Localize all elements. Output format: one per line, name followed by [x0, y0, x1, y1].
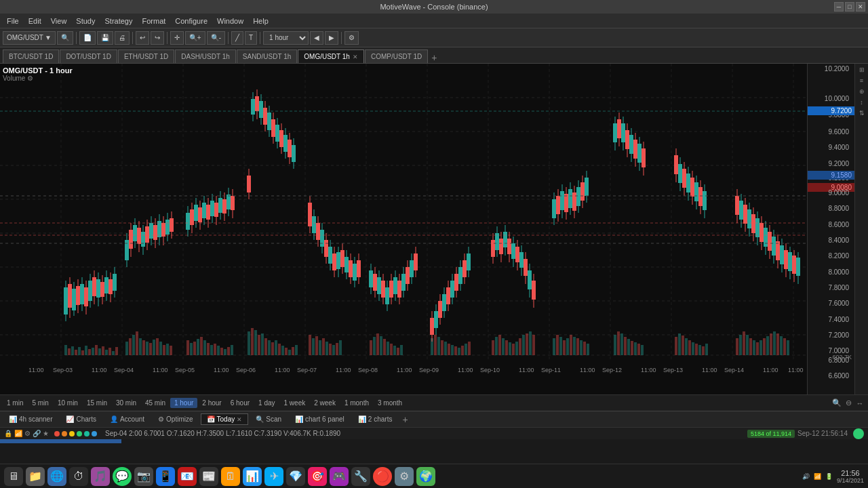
tab-ethusdt[interactable]: ETH/USDT 1D	[118, 49, 174, 63]
taskbar-icon-discord[interactable]: 🎮	[330, 467, 349, 486]
taskbar-icon-red[interactable]: 🔴	[373, 467, 392, 486]
menu-study[interactable]: Study	[72, 16, 99, 26]
tab-close-omg[interactable]: ✕	[353, 54, 358, 60]
tab-sandusdt[interactable]: SAND/USDT 1h	[237, 49, 298, 63]
taskbar-battery-icon[interactable]: 🔋	[825, 473, 833, 480]
menu-window[interactable]: Window	[213, 16, 248, 26]
taskbar-icon-tools[interactable]: 🔧	[351, 467, 370, 486]
close-button[interactable]: ✕	[856, 2, 865, 12]
menu-edit[interactable]: Edit	[24, 16, 45, 26]
tf-10min[interactable]: 10 min	[54, 398, 82, 408]
symbol-display[interactable]: OMG/USDT ▼	[3, 31, 56, 45]
maximize-button[interactable]: □	[845, 2, 854, 12]
taskbar-icon-telegram[interactable]: ✈	[264, 467, 283, 486]
draw-line-button[interactable]: ╱	[231, 31, 243, 45]
tf-1week[interactable]: 1 week	[280, 398, 310, 408]
right-icon-4[interactable]: ↕	[856, 98, 867, 107]
menu-file[interactable]: File	[3, 16, 23, 26]
bottom-tab-today-close[interactable]: ✕	[237, 416, 242, 423]
tf-scroll[interactable]: ↔	[854, 399, 865, 408]
bottom-tab-chart6panel[interactable]: 📊 chart 6 panel	[289, 413, 351, 425]
svg-rect-33	[98, 348, 101, 355]
redo-button[interactable]: ↪	[151, 31, 164, 45]
text-button[interactable]: T	[245, 31, 257, 45]
taskbar-icon-timer[interactable]: ⏱	[69, 467, 88, 486]
tf-1day[interactable]: 1 day	[254, 398, 279, 408]
taskbar-icon-gem[interactable]: 💎	[286, 467, 305, 486]
svg-rect-354	[515, 247, 519, 262]
taskbar-icon-files[interactable]: 📁	[26, 467, 45, 486]
bottom-tab-scanner[interactable]: 📊 4h scanner	[3, 413, 58, 425]
tf-2hour[interactable]: 2 hour	[198, 398, 225, 408]
tab-omgusdt[interactable]: OMG/USDT 1h ✕	[298, 49, 364, 63]
tf-zoom-in[interactable]: 🔍	[831, 399, 842, 408]
bottom-tab-scan[interactable]: 🔍 Scan	[250, 413, 288, 425]
bottom-tab-add[interactable]: +	[399, 414, 410, 425]
new-chart-button[interactable]: 📄	[79, 31, 96, 45]
settings-button[interactable]: ⚙	[344, 31, 359, 45]
tf-2week[interactable]: 2 week	[310, 398, 340, 408]
taskbar-icon-motivewave[interactable]: 🖥	[4, 467, 23, 486]
bottom-tab-charts[interactable]: 📈 Charts	[60, 413, 102, 425]
tf-6hour[interactable]: 6 hour	[226, 398, 254, 408]
tf-45min[interactable]: 45 min	[141, 398, 170, 408]
tf-next-button[interactable]: ▶	[325, 31, 338, 45]
right-icon-2[interactable]: ≡	[856, 76, 867, 85]
tf-5min[interactable]: 5 min	[28, 398, 52, 408]
taskbar-network-icon[interactable]: 📶	[814, 473, 821, 480]
taskbar-icon-whatsapp[interactable]: 💬	[113, 467, 132, 486]
tf-15min[interactable]: 15 min	[83, 398, 111, 408]
taskbar-icon-earth[interactable]: 🌍	[416, 467, 435, 486]
tf-zoom-out[interactable]: ⊖	[843, 399, 854, 408]
menu-help[interactable]: Help	[249, 16, 273, 26]
tf-1min[interactable]: 1 min	[3, 398, 27, 408]
taskbar-icon-chart[interactable]: 📊	[243, 467, 262, 486]
undo-button[interactable]: ↩	[136, 31, 149, 45]
menu-strategy[interactable]: Strategy	[101, 16, 137, 26]
taskbar-icon-calendar[interactable]: 🗓	[221, 467, 240, 486]
svg-rect-364	[552, 199, 556, 218]
tf-prev-button[interactable]: ◀	[310, 31, 323, 45]
taskbar-icon-settings[interactable]: ⚙	[395, 467, 414, 486]
tf-1month[interactable]: 1 month	[340, 398, 373, 408]
svg-rect-376	[576, 187, 580, 206]
tab-dotusdt[interactable]: DOT/USDT 1D	[60, 49, 117, 63]
bottom-tab-account[interactable]: 👤 Account	[104, 413, 151, 425]
timeframe-select[interactable]: 1 min 5 min 10 min 15 min 30 min 45 min …	[263, 31, 309, 45]
save-button[interactable]: 💾	[97, 31, 113, 45]
minimize-button[interactable]: ─	[834, 2, 844, 12]
right-icon-3[interactable]: ⊕	[856, 87, 867, 96]
print-button[interactable]: 🖨	[115, 31, 130, 45]
crosshair-button[interactable]: ✛	[170, 31, 184, 45]
taskbar-volume-icon[interactable]: 🔊	[802, 473, 810, 480]
svg-text:11:00: 11:00	[397, 367, 412, 373]
bottom-tab-2charts[interactable]: 📊 2 charts	[352, 413, 399, 425]
menu-view[interactable]: View	[47, 16, 71, 26]
menu-configure[interactable]: Configure	[171, 16, 212, 26]
taskbar-icon-target[interactable]: 🎯	[308, 467, 327, 486]
tab-dashusdt[interactable]: DASH/USDT 1h	[175, 49, 236, 63]
tf-3month[interactable]: 3 month	[374, 398, 406, 408]
tab-btcusdt[interactable]: BTC/USDT 1D	[3, 49, 59, 63]
taskbar-icon-mail[interactable]: 📧	[178, 467, 197, 486]
menu-format[interactable]: Format	[138, 16, 170, 26]
right-icon-5[interactable]: ⇅	[856, 108, 867, 118]
right-icon-1[interactable]: ⊞	[856, 65, 867, 75]
taskbar-icon-browser[interactable]: 🌐	[47, 467, 66, 486]
tf-30min[interactable]: 30 min	[112, 398, 140, 408]
tab-compusdt[interactable]: COMP/USDT 1D	[365, 49, 428, 63]
bottom-tab-optimize[interactable]: ⚙ Optimize	[152, 413, 199, 425]
taskbar-icon-mobile[interactable]: 📱	[156, 467, 175, 486]
taskbar-icon-music[interactable]: 🎵	[91, 467, 110, 486]
bottom-tab-today[interactable]: 📅 Today ✕	[201, 413, 249, 425]
lock-icon: 🔒	[4, 430, 12, 437]
zoom-out-button[interactable]: 🔍-	[207, 31, 225, 45]
tf-1hour[interactable]: 1 hour	[170, 398, 197, 408]
search-button[interactable]: 🔍	[57, 31, 73, 45]
taskbar-icon-camera[interactable]: 📷	[134, 467, 153, 486]
svg-rect-186	[88, 281, 92, 301]
taskbar-icon-news[interactable]: 📰	[199, 467, 218, 486]
svg-rect-45	[146, 342, 149, 355]
tab-add-button[interactable]: +	[429, 52, 439, 63]
zoom-in-button[interactable]: 🔍+	[185, 31, 205, 45]
